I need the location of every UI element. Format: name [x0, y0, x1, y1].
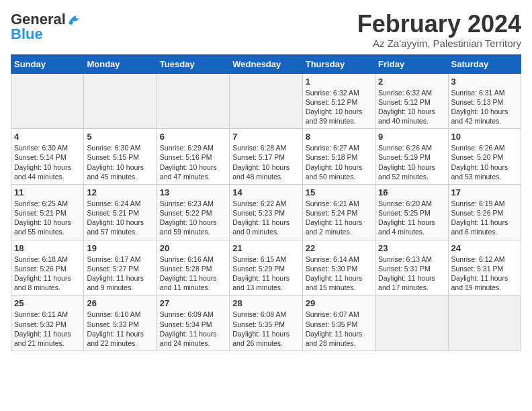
calendar-week-row: 11Sunrise: 6:25 AMSunset: 5:21 PMDayligh… — [11, 184, 521, 240]
day-number: 6 — [160, 132, 226, 142]
day-detail: Sunrise: 6:30 AMSunset: 5:14 PMDaylight:… — [14, 143, 81, 181]
day-number: 14 — [232, 187, 299, 197]
day-number: 22 — [306, 243, 372, 253]
calendar-cell: 10Sunrise: 6:26 AMSunset: 5:20 PMDayligh… — [448, 129, 521, 185]
weekday-header-monday: Monday — [84, 54, 157, 73]
calendar-cell — [448, 295, 521, 351]
day-detail: Sunrise: 6:23 AMSunset: 5:22 PMDaylight:… — [160, 199, 226, 237]
day-detail: Sunrise: 6:32 AMSunset: 5:12 PMDaylight:… — [306, 88, 372, 126]
day-number: 4 — [14, 132, 81, 142]
calendar-cell: 3Sunrise: 6:31 AMSunset: 5:13 PMDaylight… — [448, 73, 521, 129]
logo: General Blue — [11, 11, 82, 43]
calendar-cell: 5Sunrise: 6:30 AMSunset: 5:15 PMDaylight… — [84, 129, 157, 185]
calendar-cell: 16Sunrise: 6:20 AMSunset: 5:25 PMDayligh… — [375, 184, 448, 240]
calendar-cell: 25Sunrise: 6:11 AMSunset: 5:32 PMDayligh… — [11, 295, 84, 351]
calendar-week-row: 25Sunrise: 6:11 AMSunset: 5:32 PMDayligh… — [11, 295, 521, 351]
calendar-cell: 9Sunrise: 6:26 AMSunset: 5:19 PMDaylight… — [375, 129, 448, 185]
calendar-cell: 24Sunrise: 6:12 AMSunset: 5:31 PMDayligh… — [448, 240, 521, 295]
day-number: 25 — [14, 298, 81, 308]
calendar-week-row: 18Sunrise: 6:18 AMSunset: 5:26 PMDayligh… — [11, 240, 521, 295]
weekday-header-tuesday: Tuesday — [157, 54, 229, 73]
day-detail: Sunrise: 6:07 AMSunset: 5:35 PMDaylight:… — [306, 310, 372, 348]
calendar-cell: 29Sunrise: 6:07 AMSunset: 5:35 PMDayligh… — [302, 295, 375, 351]
day-detail: Sunrise: 6:20 AMSunset: 5:25 PMDaylight:… — [378, 199, 445, 237]
day-number: 17 — [451, 187, 518, 197]
day-number: 10 — [451, 132, 518, 142]
weekday-header-wednesday: Wednesday — [230, 54, 302, 73]
calendar-cell: 23Sunrise: 6:13 AMSunset: 5:31 PMDayligh… — [375, 240, 448, 295]
calendar-cell: 26Sunrise: 6:10 AMSunset: 5:33 PMDayligh… — [84, 295, 157, 351]
day-detail: Sunrise: 6:13 AMSunset: 5:31 PMDaylight:… — [378, 255, 445, 293]
day-number: 20 — [160, 243, 226, 253]
day-detail: Sunrise: 6:12 AMSunset: 5:31 PMDaylight:… — [451, 255, 518, 293]
day-detail: Sunrise: 6:14 AMSunset: 5:30 PMDaylight:… — [306, 255, 372, 293]
weekday-header-saturday: Saturday — [448, 54, 521, 73]
day-number: 28 — [232, 298, 299, 308]
day-number: 11 — [14, 187, 81, 197]
calendar-week-row: 1Sunrise: 6:32 AMSunset: 5:12 PMDaylight… — [11, 73, 521, 129]
day-detail: Sunrise: 6:28 AMSunset: 5:17 PMDaylight:… — [232, 143, 299, 181]
calendar-cell: 19Sunrise: 6:17 AMSunset: 5:27 PMDayligh… — [84, 240, 157, 295]
page-title: February 2024 — [357, 11, 521, 38]
calendar-cell: 7Sunrise: 6:28 AMSunset: 5:17 PMDaylight… — [230, 129, 302, 185]
day-detail: Sunrise: 6:32 AMSunset: 5:12 PMDaylight:… — [378, 88, 445, 126]
day-detail: Sunrise: 6:18 AMSunset: 5:26 PMDaylight:… — [14, 255, 81, 293]
day-number: 13 — [160, 187, 226, 197]
calendar-cell: 27Sunrise: 6:09 AMSunset: 5:34 PMDayligh… — [157, 295, 229, 351]
day-detail: Sunrise: 6:24 AMSunset: 5:21 PMDaylight:… — [87, 199, 153, 237]
calendar-cell — [84, 73, 157, 129]
weekday-header-sunday: Sunday — [11, 54, 84, 73]
day-number: 21 — [232, 243, 299, 253]
calendar-cell — [11, 73, 84, 129]
logo-bird-icon — [67, 14, 82, 26]
day-number: 18 — [14, 243, 81, 253]
calendar-cell: 15Sunrise: 6:21 AMSunset: 5:24 PMDayligh… — [302, 184, 375, 240]
calendar-cell — [230, 73, 302, 129]
calendar-header: SundayMondayTuesdayWednesdayThursdayFrid… — [11, 54, 521, 73]
weekday-header-row: SundayMondayTuesdayWednesdayThursdayFrid… — [11, 54, 521, 73]
day-detail: Sunrise: 6:15 AMSunset: 5:29 PMDaylight:… — [232, 255, 299, 293]
day-number: 7 — [232, 132, 299, 142]
title-block: February 2024 Az Za'ayyim, Palestinian T… — [357, 11, 521, 49]
page-subtitle: Az Za'ayyim, Palestinian Territory — [357, 38, 521, 49]
day-detail: Sunrise: 6:25 AMSunset: 5:21 PMDaylight:… — [14, 199, 81, 237]
day-detail: Sunrise: 6:09 AMSunset: 5:34 PMDaylight:… — [160, 310, 226, 348]
calendar-cell: 20Sunrise: 6:16 AMSunset: 5:28 PMDayligh… — [157, 240, 229, 295]
day-number: 9 — [378, 132, 445, 142]
calendar-cell: 22Sunrise: 6:14 AMSunset: 5:30 PMDayligh… — [302, 240, 375, 295]
calendar-cell — [375, 295, 448, 351]
day-detail: Sunrise: 6:29 AMSunset: 5:16 PMDaylight:… — [160, 143, 226, 181]
calendar-table: SundayMondayTuesdayWednesdayThursdayFrid… — [11, 54, 521, 351]
day-detail: Sunrise: 6:26 AMSunset: 5:19 PMDaylight:… — [378, 143, 445, 181]
calendar-cell: 17Sunrise: 6:19 AMSunset: 5:26 PMDayligh… — [448, 184, 521, 240]
day-number: 3 — [451, 77, 518, 87]
day-number: 1 — [306, 77, 372, 87]
calendar-cell: 21Sunrise: 6:15 AMSunset: 5:29 PMDayligh… — [230, 240, 302, 295]
logo-blue-text: Blue — [11, 26, 43, 43]
day-number: 24 — [451, 243, 518, 253]
day-detail: Sunrise: 6:10 AMSunset: 5:33 PMDaylight:… — [87, 310, 153, 348]
day-detail: Sunrise: 6:31 AMSunset: 5:13 PMDaylight:… — [451, 88, 518, 126]
calendar-cell: 28Sunrise: 6:08 AMSunset: 5:35 PMDayligh… — [230, 295, 302, 351]
calendar-cell — [157, 73, 229, 129]
day-number: 16 — [378, 187, 445, 197]
calendar-cell: 8Sunrise: 6:27 AMSunset: 5:18 PMDaylight… — [302, 129, 375, 185]
day-number: 27 — [160, 298, 226, 308]
calendar-cell: 2Sunrise: 6:32 AMSunset: 5:12 PMDaylight… — [375, 73, 448, 129]
calendar-body: 1Sunrise: 6:32 AMSunset: 5:12 PMDaylight… — [11, 73, 521, 351]
day-detail: Sunrise: 6:27 AMSunset: 5:18 PMDaylight:… — [306, 143, 372, 181]
day-number: 23 — [378, 243, 445, 253]
day-detail: Sunrise: 6:21 AMSunset: 5:24 PMDaylight:… — [306, 199, 372, 237]
calendar-cell: 13Sunrise: 6:23 AMSunset: 5:22 PMDayligh… — [157, 184, 229, 240]
day-number: 8 — [306, 132, 372, 142]
day-number: 5 — [87, 132, 153, 142]
day-number: 2 — [378, 77, 445, 87]
calendar-cell: 4Sunrise: 6:30 AMSunset: 5:14 PMDaylight… — [11, 129, 84, 185]
calendar-week-row: 4Sunrise: 6:30 AMSunset: 5:14 PMDaylight… — [11, 129, 521, 185]
day-number: 19 — [87, 243, 153, 253]
day-detail: Sunrise: 6:22 AMSunset: 5:23 PMDaylight:… — [232, 199, 299, 237]
day-number: 29 — [306, 298, 372, 308]
calendar-cell: 6Sunrise: 6:29 AMSunset: 5:16 PMDaylight… — [157, 129, 229, 185]
day-detail: Sunrise: 6:19 AMSunset: 5:26 PMDaylight:… — [451, 199, 518, 237]
weekday-header-thursday: Thursday — [302, 54, 375, 73]
